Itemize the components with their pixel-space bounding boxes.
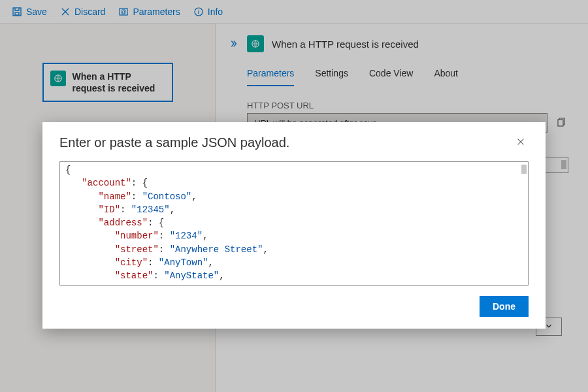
done-button[interactable]: Done	[480, 296, 529, 317]
modal-title: Enter or paste a sample JSON payload.	[59, 135, 289, 150]
scrollbar-indicator	[521, 165, 527, 174]
json-payload-modal: Enter or paste a sample JSON payload. { …	[42, 122, 546, 329]
close-icon	[516, 137, 525, 149]
modal-close-button[interactable]	[513, 135, 529, 151]
modal-overlay: Enter or paste a sample JSON payload. { …	[0, 0, 588, 392]
json-payload-editor[interactable]: { "account": { "name": "Contoso", "ID": …	[59, 161, 529, 286]
